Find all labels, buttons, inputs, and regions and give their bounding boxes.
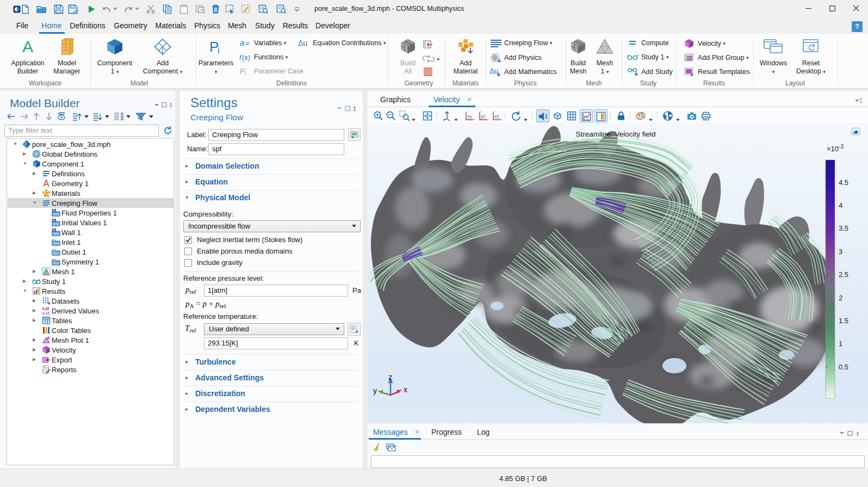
- svg-text:0.5: 0.5: [839, 363, 848, 371]
- svg-text:4.5: 4.5: [839, 178, 848, 187]
- svg-text:2.5: 2.5: [839, 270, 848, 279]
- svg-text:D: D: [53, 209, 55, 212]
- svg-text:xy: xy: [467, 114, 472, 119]
- svg-text:3.5: 3.5: [839, 224, 848, 232]
- svg-text:2: 2: [839, 294, 842, 302]
- svg-text:Streamline: Velocity field: Streamline: Velocity field: [575, 130, 655, 138]
- svg-text:z: z: [388, 373, 392, 381]
- svg-text:xz: xz: [494, 114, 499, 119]
- svg-text:4: 4: [839, 201, 842, 209]
- svg-text:1.5: 1.5: [839, 317, 848, 325]
- svg-text:3: 3: [839, 248, 842, 256]
- svg-text:y: y: [373, 386, 377, 395]
- svg-text:e-12: e-12: [42, 311, 49, 315]
- svg-text:D: D: [53, 229, 55, 232]
- svg-text:A: A: [22, 38, 33, 56]
- svg-text:i: i: [245, 70, 246, 76]
- svg-text:8.85: 8.85: [42, 307, 49, 311]
- svg-text:(x): (x): [242, 53, 250, 61]
- svg-text:=: =: [245, 39, 250, 47]
- svg-text:yz: yz: [481, 114, 486, 119]
- svg-text:Δu: Δu: [489, 67, 498, 75]
- svg-text:i: i: [218, 45, 220, 56]
- svg-text:D: D: [53, 219, 55, 222]
- svg-text:x: x: [404, 385, 407, 394]
- svg-text:P: P: [240, 67, 245, 76]
- svg-text:a: a: [240, 39, 244, 47]
- svg-text:Δu: Δu: [298, 39, 307, 47]
- svg-text:1: 1: [839, 340, 842, 348]
